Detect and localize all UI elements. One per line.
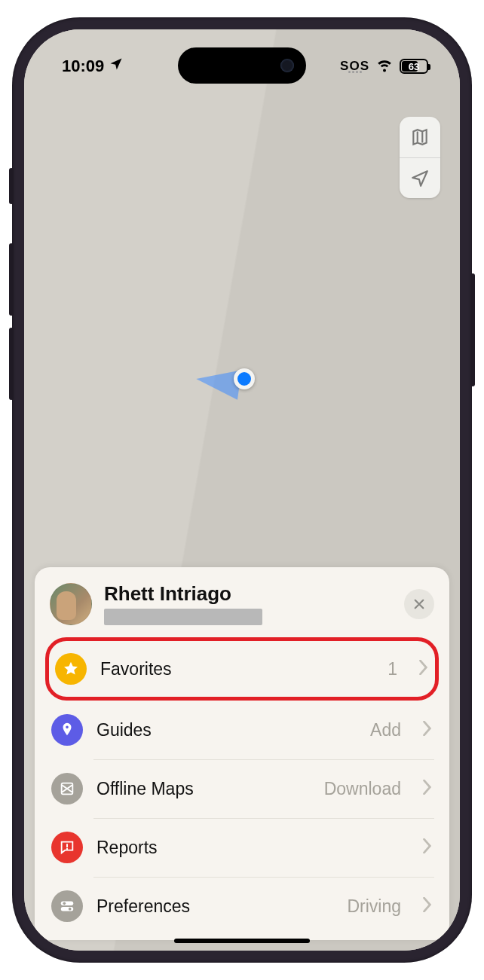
menu-label: Offline Maps	[96, 779, 311, 799]
preferences-icon	[51, 890, 83, 922]
wifi-icon	[375, 55, 394, 78]
svg-rect-2	[61, 902, 74, 906]
volume-up-button[interactable]	[9, 243, 14, 316]
menu-item-favorites[interactable]: Favorites 1	[45, 637, 439, 701]
menu-label: Reports	[96, 838, 388, 858]
menu-value: Download	[324, 779, 401, 799]
home-indicator[interactable]	[174, 939, 310, 943]
screen: 10:09 SOS 63	[24, 29, 460, 951]
menu-label: Favorites	[100, 659, 374, 679]
profile-sheet: Rhett Intriago Favorites 1	[35, 567, 449, 940]
chevron-right-icon	[418, 660, 429, 678]
profile-email-redacted	[104, 609, 262, 625]
guides-icon	[51, 714, 83, 746]
menu-item-reports[interactable]: Reports	[35, 818, 449, 877]
map-controls	[400, 117, 440, 198]
front-camera	[280, 59, 294, 72]
dynamic-island	[178, 47, 306, 84]
locate-me-button[interactable]	[400, 157, 440, 198]
svg-point-4	[63, 902, 66, 905]
menu-item-preferences[interactable]: Preferences Driving	[35, 877, 449, 936]
map-mode-button[interactable]	[400, 117, 440, 157]
chevron-right-icon	[422, 838, 433, 856]
sos-indicator: SOS	[340, 60, 369, 73]
location-services-icon	[109, 56, 124, 76]
svg-rect-1	[66, 844, 68, 847]
menu-label: Guides	[96, 720, 357, 740]
status-time: 10:09	[62, 56, 104, 76]
volume-down-button[interactable]	[9, 328, 14, 400]
menu-value: Driving	[347, 896, 401, 917]
profile-avatar[interactable]	[50, 583, 92, 625]
power-button[interactable]	[470, 273, 475, 386]
menu-list: Favorites 1 Guides Add	[35, 637, 449, 936]
mute-switch[interactable]	[9, 168, 14, 204]
battery-indicator: 63	[400, 59, 428, 74]
menu-value: Add	[370, 720, 401, 740]
offline-maps-icon	[51, 773, 83, 804]
svg-rect-3	[61, 907, 74, 911]
svg-point-5	[69, 908, 72, 911]
chevron-right-icon	[422, 897, 433, 915]
star-icon	[55, 653, 87, 685]
profile-name: Rhett Intriago	[104, 582, 392, 606]
reports-icon	[51, 832, 83, 863]
close-button[interactable]	[404, 589, 434, 619]
svg-point-0	[66, 848, 68, 850]
iphone-frame: 10:09 SOS 63	[12, 17, 472, 963]
menu-label: Preferences	[96, 896, 333, 917]
chevron-right-icon	[422, 721, 433, 739]
chevron-right-icon	[422, 780, 433, 798]
user-location-dot	[234, 368, 255, 389]
profile-header: Rhett Intriago	[35, 582, 449, 637]
menu-item-guides[interactable]: Guides Add	[35, 701, 449, 759]
menu-item-offline-maps[interactable]: Offline Maps Download	[35, 759, 449, 818]
menu-value: 1	[388, 659, 397, 679]
